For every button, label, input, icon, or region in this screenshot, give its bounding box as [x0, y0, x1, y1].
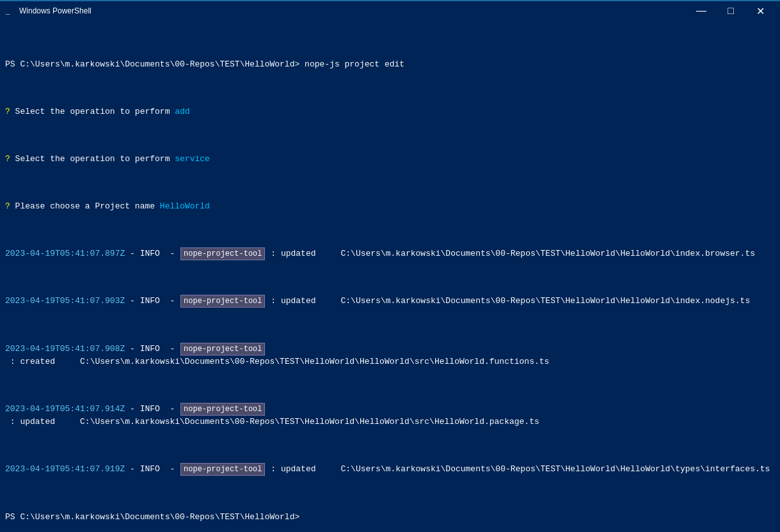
question-text-1: Select the operation to perform	[15, 106, 175, 118]
question-answer-1: add	[175, 106, 189, 118]
line-question-1: ? Select the operation to perform add	[5, 106, 775, 118]
question-mark-3: ?	[5, 200, 15, 213]
question-text-2: Select the operation to perform	[15, 153, 175, 166]
close-button[interactable]: ✕	[745, 1, 775, 21]
log-timestamp-2: 2023-04-19T05:41:07.903Z	[5, 295, 125, 308]
log-sep-4a: - INFO -	[125, 403, 180, 416]
minimize-button[interactable]: —	[687, 1, 716, 21]
question-text-3: Please choose a Project name	[15, 200, 160, 213]
line-question-2: ? Select the operation to perform servic…	[5, 153, 775, 166]
log-sep-5a: - INFO -	[125, 463, 180, 476]
window-title: Windows PowerShell	[19, 6, 92, 15]
log-tool-1: nope-project-tool	[180, 247, 265, 260]
title-bar-left: _ Windows PowerShell	[5, 6, 92, 16]
log-line-2: 2023-04-19T05:41:07.903Z - INFO - nope-p…	[5, 295, 775, 308]
svg-text:_: _	[5, 8, 10, 16]
log-timestamp-1: 2023-04-19T05:41:07.897Z	[5, 247, 125, 260]
log-timestamp-3: 2023-04-19T05:41:07.908Z	[5, 343, 125, 356]
log-line-4: 2023-04-19T05:41:07.914Z - INFO - nope-p…	[5, 403, 775, 428]
log-action-1: : updated C:\Users\m.karkowski\Documents…	[266, 247, 755, 260]
question-mark-2: ?	[5, 153, 15, 166]
line-prompt-end: PS C:\Users\m.karkowski\Documents\00-Rep…	[5, 511, 775, 524]
log-timestamp-5: 2023-04-19T05:41:07.919Z	[5, 463, 125, 476]
question-mark-1: ?	[5, 106, 15, 118]
prompt-text-1: PS C:\Users\m.karkowski\Documents\00-Rep…	[5, 58, 404, 71]
log-line-3: 2023-04-19T05:41:07.908Z - INFO - nope-p…	[5, 343, 775, 368]
log-line-1: 2023-04-19T05:41:07.897Z - INFO - nope-p…	[5, 247, 775, 260]
log-action-2: : updated C:\Users\m.karkowski\Documents…	[266, 295, 750, 308]
maximize-button[interactable]: □	[716, 1, 745, 21]
window-controls: — □ ✕	[687, 1, 775, 21]
log-sep-3a: - INFO -	[125, 343, 180, 356]
log-tool-4: nope-project-tool	[180, 403, 265, 416]
log-line-5: 2023-04-19T05:41:07.919Z - INFO - nope-p…	[5, 463, 775, 476]
log-sep-2a: - INFO -	[125, 295, 180, 308]
prompt-end-text: PS C:\Users\m.karkowski\Documents\00-Rep…	[5, 511, 305, 524]
powershell-window: _ Windows PowerShell — □ ✕ PS C:\Users\m…	[0, 0, 780, 532]
question-answer-2: service	[175, 153, 210, 166]
log-action-3: : created C:\Users\m.karkowski\Documents…	[5, 356, 549, 368]
log-tool-3: nope-project-tool	[180, 343, 265, 356]
terminal-content[interactable]: PS C:\Users\m.karkowski\Documents\00-Rep…	[0, 20, 780, 532]
question-answer-3: HelloWorld	[160, 200, 210, 213]
log-tool-2: nope-project-tool	[180, 295, 265, 308]
log-tool-5: nope-project-tool	[180, 463, 265, 476]
line-question-3: ? Please choose a Project name HelloWorl…	[5, 200, 775, 213]
powershell-icon: _	[5, 6, 15, 16]
title-bar: _ Windows PowerShell — □ ✕	[0, 0, 780, 20]
log-action-5: : updated C:\Users\m.karkowski\Documents…	[266, 463, 770, 476]
log-action-4: : updated C:\Users\m.karkowski\Documents…	[5, 416, 539, 428]
line-prompt-1: PS C:\Users\m.karkowski\Documents\00-Rep…	[5, 58, 775, 71]
log-sep-1a: - INFO -	[125, 247, 180, 260]
log-timestamp-4: 2023-04-19T05:41:07.914Z	[5, 403, 125, 416]
